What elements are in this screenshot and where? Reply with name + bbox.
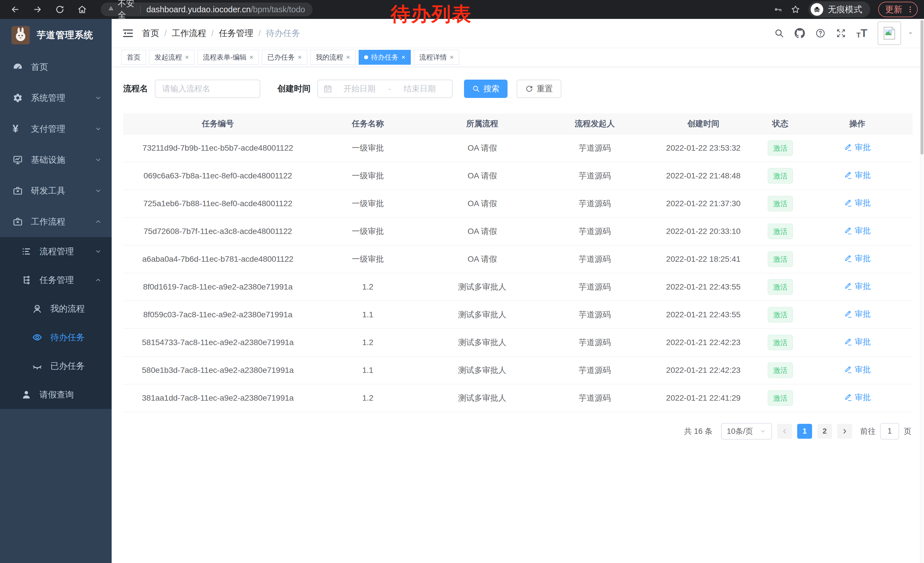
sidebar-item-home[interactable]: 首页 [0, 51, 112, 83]
cell-task-name: 1.2 [313, 329, 423, 356]
cell-starter: 芋道源码 [542, 329, 648, 356]
tab-home[interactable]: 首页 [122, 50, 146, 65]
breadcrumb-item[interactable]: 工作流程 [172, 27, 206, 39]
goto-label: 前往 [860, 426, 876, 437]
address-bar[interactable]: 不安全 dashboard.yudao.iocoder.cn/bpm/task/… [101, 3, 313, 17]
tab-done-task[interactable]: 已办任务× [262, 50, 307, 65]
password-key-icon[interactable] [773, 5, 783, 14]
cell-task-id: 580e1b3d-7ac8-11ec-a9e2-a2380e71991a [123, 356, 313, 384]
org-tree-icon [21, 275, 32, 285]
prev-page-button[interactable] [777, 424, 792, 439]
edit-pencil-icon [844, 199, 852, 207]
browser-back-icon[interactable] [10, 5, 20, 14]
close-icon[interactable]: × [401, 54, 405, 61]
approve-link[interactable]: 审批 [844, 309, 871, 320]
browser-menu-icon[interactable] [906, 6, 914, 14]
approve-link[interactable]: 审批 [844, 170, 871, 181]
tab-todo-task[interactable]: 待办任务× [358, 50, 411, 65]
sidebar-item-devtools[interactable]: 研发工具 [0, 175, 112, 206]
table-row: 8f059c03-7ac8-11ec-a9e2-a2380e71991a1.1测… [123, 301, 912, 329]
page-unit-label: 页 [904, 426, 911, 437]
chevron-down-icon [94, 156, 102, 164]
help-icon[interactable] [815, 28, 825, 38]
sidebar-item-workflow[interactable]: 工作流程 [0, 206, 112, 237]
col-create-time: 创建时间 [648, 113, 759, 134]
browser-forward-icon[interactable] [33, 5, 42, 14]
breadcrumb-item[interactable]: 任务管理 [219, 27, 254, 39]
cell-task-id: 8f0d1619-7ac8-11ec-a9e2-a2380e71991a [123, 273, 313, 301]
scrollbar[interactable] [920, 19, 924, 563]
bookmark-star-icon[interactable] [790, 5, 800, 14]
close-icon[interactable]: × [185, 54, 189, 61]
cell-task-name: 1.1 [313, 356, 423, 384]
approve-link[interactable]: 审批 [844, 142, 871, 153]
sidebar-item-todo-task[interactable]: 待办任务 [0, 323, 112, 352]
search-button[interactable]: 搜索 [464, 80, 507, 98]
annotation-overlay-text: 待办列表 [391, 1, 472, 27]
goto-page-input[interactable] [880, 423, 899, 440]
top-navbar: 首页/工作流程/任务管理/待办任务 TT [112, 19, 924, 48]
cell-task-id: 73211d9d-7b9b-11ec-b5b7-acde48001122 [123, 134, 313, 162]
sidebar-item-process-mgmt[interactable]: 流程管理 [0, 237, 112, 266]
scrollbar-thumb[interactable] [921, 20, 923, 155]
next-page-button[interactable] [837, 424, 852, 439]
page-1-button[interactable]: 1 [797, 424, 812, 439]
security-label: 不安全 [118, 0, 135, 21]
page-size-select[interactable]: 10条/页 [721, 423, 772, 440]
process-name-input[interactable] [155, 80, 260, 98]
fullscreen-icon[interactable] [836, 28, 846, 38]
close-icon[interactable]: × [450, 54, 454, 61]
create-time-label: 创建时间 [278, 83, 310, 95]
approve-link[interactable]: 审批 [844, 392, 871, 403]
breadcrumb-item[interactable]: 首页 [142, 27, 159, 39]
browser-home-icon[interactable] [77, 5, 87, 14]
col-process: 所属流程 [423, 113, 542, 134]
approve-link[interactable]: 审批 [844, 364, 871, 375]
sidebar-item-label: 已办任务 [50, 360, 85, 372]
chevron-down-icon [94, 248, 102, 255]
sidebar-item-task-mgmt[interactable]: 任务管理 [0, 266, 112, 294]
github-icon[interactable] [795, 28, 805, 38]
page-2-button[interactable]: 2 [817, 424, 832, 439]
approve-link[interactable]: 审批 [844, 198, 871, 209]
close-icon[interactable]: × [346, 54, 350, 61]
col-task-id: 任务编号 [123, 113, 313, 134]
edit-pencil-icon [844, 310, 852, 318]
cell-starter: 芋道源码 [542, 134, 648, 162]
sidebar-item-leave-query[interactable]: 请假查询 [0, 380, 112, 409]
close-icon[interactable]: × [249, 54, 254, 61]
date-range-picker[interactable]: 开始日期 - 结束日期 [318, 80, 453, 98]
cell-create-time: 2022-01-21 22:43:55 [648, 273, 759, 301]
tab-launch-process[interactable]: 发起流程× [149, 50, 194, 65]
sidebar-item-done-task[interactable]: 已办任务 [0, 352, 112, 380]
approve-link[interactable]: 审批 [844, 281, 871, 292]
sidebar-item-system[interactable]: 系统管理 [0, 83, 112, 113]
font-size-icon[interactable]: TT [856, 28, 867, 39]
approve-link[interactable]: 审批 [844, 253, 871, 264]
close-icon[interactable]: × [298, 54, 302, 61]
cell-process: 测试多审批人 [423, 384, 542, 412]
cell-starter: 芋道源码 [542, 273, 648, 301]
cell-starter: 芋道源码 [542, 245, 648, 273]
browser-reload-icon[interactable] [55, 5, 65, 14]
sidebar-toggle-icon[interactable] [122, 27, 134, 39]
tab-process-detail[interactable]: 流程详情× [414, 50, 459, 65]
avatar-caret-icon[interactable] [908, 30, 914, 36]
user-icon [21, 389, 32, 400]
avatar[interactable] [878, 21, 901, 45]
tab-my-process[interactable]: 我的流程× [310, 50, 356, 65]
reset-button[interactable]: 重置 [517, 80, 561, 98]
app-logo[interactable]: 芋道管理系统 [0, 19, 112, 51]
edit-pencil-icon [844, 393, 852, 402]
browser-update-button[interactable]: 更新 [878, 2, 918, 17]
pager-left-icon [781, 428, 788, 435]
tab-form-edit[interactable]: 流程表单-编辑× [198, 50, 259, 65]
search-icon[interactable] [774, 28, 784, 38]
sidebar-item-payment[interactable]: ¥支付管理 [0, 113, 112, 144]
sidebar-item-my-process[interactable]: 我的流程 [0, 294, 112, 323]
chevron-up-icon [94, 218, 102, 225]
sidebar-menu: 首页系统管理¥支付管理基础设施研发工具工作流程流程管理任务管理我的流程待办任务已… [0, 51, 112, 409]
approve-link[interactable]: 审批 [844, 225, 871, 236]
sidebar-item-infra[interactable]: 基础设施 [0, 144, 112, 175]
approve-link[interactable]: 审批 [844, 336, 871, 347]
